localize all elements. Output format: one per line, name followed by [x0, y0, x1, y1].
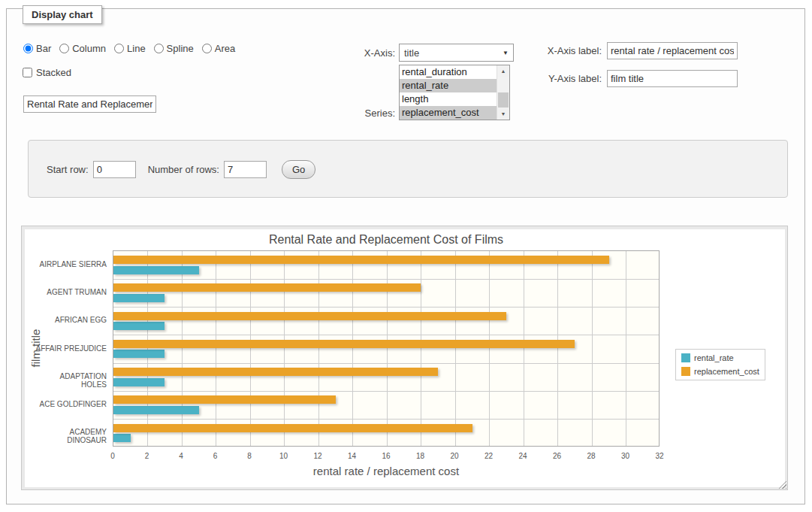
legend-swatch-icon [681, 367, 690, 376]
gridline-vertical [489, 251, 490, 446]
chart-legend: rental_ratereplacement_cost [675, 349, 765, 380]
gridline-vertical [592, 251, 593, 446]
bar-rental_rate [113, 266, 199, 274]
x-tick-label: 20 [443, 452, 466, 460]
chart-type-option-line[interactable]: Line [114, 43, 146, 54]
stacked-checkbox[interactable] [23, 68, 32, 77]
series-option-replacement_cost[interactable]: replacement_cost [400, 106, 497, 120]
y-axis-label-input[interactable] [607, 70, 738, 87]
y-axis-label-field-label: Y-Axis label: [525, 73, 602, 84]
start-row-input[interactable] [93, 161, 136, 178]
x-axis-selected-value: title [404, 47, 419, 59]
x-axis-label-input[interactable] [607, 42, 738, 59]
bar-rental_rate [113, 322, 165, 330]
bar-rental_rate [113, 350, 165, 358]
gridline-vertical [250, 251, 251, 446]
num-rows-label: Number of rows: [148, 164, 219, 175]
gridline-vertical [421, 251, 421, 446]
x-tick-label: 14 [341, 452, 364, 460]
legend-label: replacement_cost [694, 367, 759, 376]
bar-replacement_cost [113, 283, 421, 292]
x-tick-label: 2 [136, 452, 158, 460]
x-tick-label: 28 [580, 452, 602, 460]
bar-rental_rate [113, 434, 131, 442]
bar-replacement_cost [113, 312, 506, 320]
chart-type-options: BarColumnLineSplineArea [23, 43, 235, 54]
x-tick-label: 16 [375, 452, 397, 460]
chart-type-option-column[interactable]: Column [59, 43, 106, 54]
series-scrollbar[interactable]: ▲ ▼ [497, 65, 509, 120]
go-button[interactable]: Go [282, 160, 315, 179]
x-tick-label: 10 [273, 452, 295, 460]
bar-replacement_cost [113, 368, 438, 376]
gridline-horizontal [113, 335, 659, 335]
bar-replacement_cost [113, 424, 472, 432]
chart-container: Rental Rate and Replacement Cost of Film… [21, 226, 788, 490]
legend-item-replacement_cost: replacement_cost [681, 367, 759, 376]
chart-type-radio-label: Line [127, 43, 146, 54]
stacked-label: Stacked [36, 67, 71, 78]
chart-type-radio-label: Column [72, 43, 106, 54]
gridline-horizontal [113, 391, 659, 392]
chart-plot-area [113, 250, 660, 447]
series-option-rental_rate[interactable]: rental_rate [400, 79, 497, 92]
x-tick-label: 26 [546, 452, 569, 460]
x-tick-label: 22 [478, 452, 500, 460]
series-option-length[interactable]: length [400, 92, 497, 106]
series-select-label: Series: [314, 108, 395, 119]
gridline-vertical [557, 251, 558, 446]
y-category-label: ACADEMY DINOSAUR [35, 428, 107, 444]
x-tick-label: 30 [614, 452, 637, 460]
bar-rental_rate [113, 294, 165, 302]
gridline-vertical [147, 251, 148, 446]
series-options: rental_durationrental_ratelengthreplacem… [400, 65, 497, 120]
y-category-label: AGENT TRUMAN [35, 288, 107, 296]
gridline-horizontal [113, 363, 659, 364]
y-category-label: AFFAIR PREJUDICE [35, 344, 107, 353]
gridline-vertical [387, 251, 388, 446]
bar-rental_rate [113, 406, 199, 414]
chart-type-radio-bar[interactable] [23, 44, 33, 53]
y-category-label: AFRICAN EGG [35, 316, 107, 324]
chart-type-radio-spline[interactable] [154, 44, 164, 53]
gridline-vertical [318, 251, 319, 446]
chart-type-option-area[interactable]: Area [202, 43, 235, 54]
gridline-horizontal [113, 307, 659, 308]
legend-swatch-icon [681, 353, 690, 362]
chart: Rental Rate and Replacement Cost of Film… [25, 229, 785, 487]
stacked-option[interactable]: Stacked [23, 67, 71, 78]
scroll-down-icon[interactable]: ▼ [497, 108, 509, 120]
chevron-down-icon: ▼ [503, 50, 509, 56]
scrollbar-thumb[interactable] [498, 92, 509, 108]
legend-item-rental_rate: rental_rate [681, 353, 759, 362]
bar-rental_rate [113, 378, 165, 386]
series-option-rental_duration[interactable]: rental_duration [400, 65, 497, 79]
series-multiselect[interactable]: rental_durationrental_ratelengthreplacem… [399, 65, 510, 120]
chart-type-option-spline[interactable]: Spline [154, 43, 194, 54]
chart-type-radio-column[interactable] [59, 44, 69, 53]
num-rows-input[interactable] [224, 161, 267, 178]
x-tick-label: 4 [170, 452, 192, 460]
chart-type-radio-area[interactable] [202, 44, 212, 53]
bar-replacement_cost [113, 340, 575, 348]
legend-label: rental_rate [694, 353, 734, 362]
chart-type-option-bar[interactable]: Bar [23, 43, 51, 54]
start-row-label: Start row: [47, 164, 89, 175]
gridline-horizontal [113, 279, 659, 280]
chart-title-input[interactable] [23, 95, 156, 113]
x-tick-label: 8 [238, 452, 261, 460]
x-axis-title: rental rate / replacement cost [113, 465, 660, 477]
chart-type-radio-line[interactable] [114, 44, 124, 53]
x-axis-select-label: X-Axis: [314, 47, 395, 59]
x-tick-label: 0 [101, 452, 124, 460]
scroll-up-icon[interactable]: ▲ [497, 65, 509, 77]
gridline-vertical [626, 251, 626, 446]
rows-form-panel: Start row: Number of rows: Go [28, 140, 788, 198]
x-axis-select[interactable]: title ▼ [399, 44, 514, 62]
gridline-vertical [352, 251, 353, 446]
gridline-vertical [524, 251, 524, 446]
y-category-label: AIRPLANE SIERRA [35, 260, 107, 268]
rows-form: Start row: Number of rows: Go [47, 160, 315, 179]
gridline-vertical [216, 251, 216, 446]
gridline-vertical [284, 251, 285, 446]
